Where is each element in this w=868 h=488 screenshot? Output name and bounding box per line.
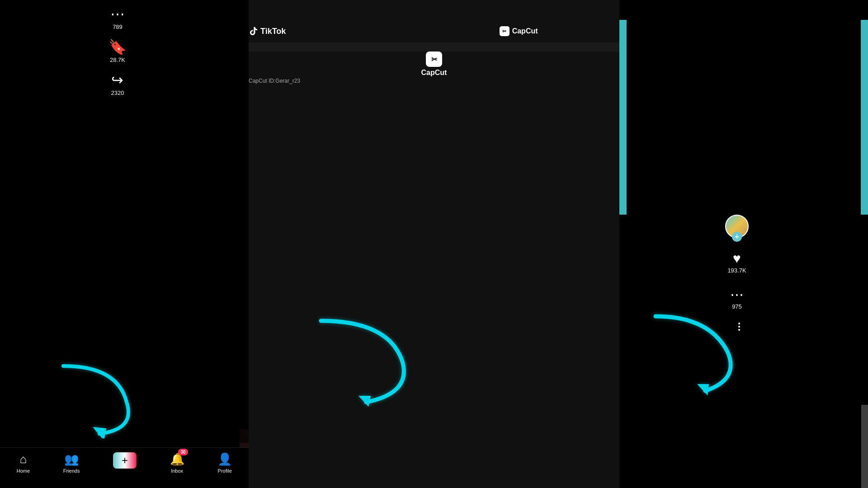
phone1-tiktok-feed: 12:56 ▐▐▐ ▲ ⬜ LIVE Following For You 🔍 M… [0,0,249,488]
tab-profile[interactable]: 👤 Profile [217,452,232,474]
capcut-big-icon: ✂ [426,52,442,67]
action-buttons: + ♥ 779.8K ⋯ 789 🔖 28.7K ↪ 2320 [0,0,242,429]
add-button[interactable]: + [113,452,137,469]
share-icon: ↪ [111,71,123,89]
actions-3: + ♥ 193.7K ⋯ 975 [619,215,861,488]
content-area-2: ✂ CapCut CapCut ID:Gerar_r23 Me as a Bar… [249,42,619,488]
tab-friends[interactable]: 👥 Friends [63,452,80,474]
avatar-wrap-3: + [725,215,749,238]
more-dots-icon [738,323,740,331]
bookmark-action[interactable]: 🔖 28.7K [108,38,127,63]
tiktok-capcut-header: TikTok ✕ ✂ CapCut [249,20,619,42]
bookmark-count: 28.7K [110,56,125,63]
profile-icon: 👤 [217,452,232,466]
comment-count-3: 975 [732,303,742,310]
heart-icon-3: ♥ [733,251,741,266]
phone3-capcut-template: ‹ Me as a Barbie + ♥ 193.7K ⋯ 975 [619,0,868,488]
comment-action-3[interactable]: ⋯ 975 [730,286,744,310]
tab-inbox[interactable]: 🔔 Inbox 30 [170,452,184,474]
comment-action[interactable]: ⋯ 789 [110,5,125,30]
tab-home-label: Home [17,468,30,474]
like-count-3: 193.7K [727,267,746,274]
follow-button-3[interactable]: + [732,232,742,242]
phone2-capcut-share: ‹ TikTok ✕ ✂ CapCut ✂ CapCut CapCut [249,0,619,488]
tiktok-icon [249,26,259,36]
status-bar-3: ‹ [619,0,868,20]
inbox-badge: 30 [178,449,188,455]
tiktok-text: TikTok [260,27,286,36]
like-action-3[interactable]: ♥ 193.7K [727,251,746,274]
dots-action-3[interactable] [734,323,740,331]
tab-friends-label: Friends [63,468,80,474]
tab-bar: ⌂ Home 👥 Friends + 🔔 Inbox 30 👤 Profile [0,447,249,488]
capcut-label: ✂ CapCut CapCut ID:Gerar_r23 [249,52,619,488]
tab-inbox-label: Inbox [171,468,183,474]
tab-profile-label: Profile [218,468,232,474]
comment-icon-3: ⋯ [730,286,744,302]
add-icon: + [122,454,128,467]
home-icon: ⌂ [20,452,27,466]
friends-icon: 👥 [64,452,79,466]
share-count: 2320 [111,89,124,96]
tab-home[interactable]: ⌂ Home [17,452,30,474]
tab-add[interactable]: + [113,452,137,469]
comment-count: 789 [113,23,123,30]
capcut-brand-name: CapCut [421,69,447,77]
capcut-text: CapCut [512,27,538,35]
comment-icon: ⋯ [110,5,125,23]
capcut-id: CapCut ID:Gerar_r23 [249,78,619,488]
capcut-logo-icon: ✂ [500,26,509,36]
share-action[interactable]: ↪ 2320 [111,71,124,96]
bookmark-icon: 🔖 [108,38,127,56]
